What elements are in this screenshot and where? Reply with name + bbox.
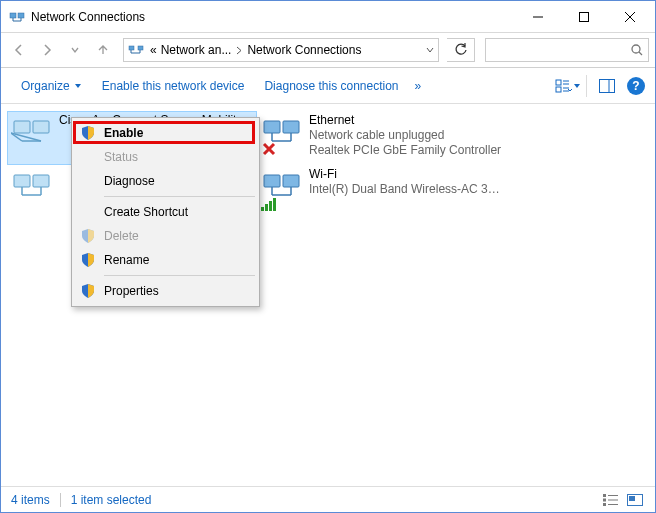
address-icon: [128, 42, 146, 58]
svg-rect-1: [18, 13, 24, 18]
details-view-button[interactable]: [601, 492, 621, 508]
view-options-button[interactable]: [554, 75, 582, 97]
organize-label: Organize: [21, 79, 70, 93]
shield-icon: [80, 252, 96, 268]
chevron-right-icon[interactable]: [233, 46, 245, 55]
separator: [104, 275, 255, 276]
context-menu: Enable Status Diagnose Create Shortcut D…: [71, 117, 260, 307]
svg-rect-35: [33, 175, 49, 187]
up-button[interactable]: [91, 38, 115, 62]
close-button[interactable]: [607, 1, 653, 32]
svg-rect-19: [556, 87, 561, 92]
address-dropdown[interactable]: [420, 39, 438, 61]
connection-name: Ethernet: [309, 113, 501, 128]
breadcrumb-prefix[interactable]: «: [148, 39, 159, 61]
svg-rect-9: [129, 46, 134, 50]
item-count: 4 items: [11, 493, 50, 507]
shield-icon: [80, 125, 96, 141]
breadcrumb-seg2[interactable]: Network Connections: [245, 39, 363, 61]
svg-rect-55: [629, 496, 635, 501]
svg-rect-47: [273, 198, 276, 211]
network-adapter-icon: [11, 115, 53, 157]
shield-icon: [80, 228, 96, 244]
svg-rect-29: [264, 121, 280, 133]
search-icon: [630, 43, 644, 57]
command-bar: Organize Enable this network device Diag…: [1, 68, 655, 104]
back-button[interactable]: [7, 38, 31, 62]
connection-status: Network cable unplugged: [309, 128, 501, 143]
svg-rect-45: [265, 204, 268, 211]
forward-button[interactable]: [35, 38, 59, 62]
ctx-properties[interactable]: Properties: [74, 279, 257, 303]
history-dropdown[interactable]: [63, 38, 87, 62]
connection-device: Realtek PCIe GbE Family Controller: [309, 143, 501, 158]
svg-rect-49: [608, 495, 618, 496]
search-input[interactable]: [485, 38, 649, 62]
ctx-enable[interactable]: Enable: [74, 121, 257, 145]
maximize-button[interactable]: [561, 1, 607, 32]
window-title: Network Connections: [31, 10, 515, 24]
svg-rect-30: [283, 121, 299, 133]
shield-icon: [80, 283, 96, 299]
app-icon: [9, 9, 25, 25]
svg-rect-22: [600, 79, 615, 92]
enable-device-button[interactable]: Enable this network device: [92, 75, 255, 97]
svg-rect-39: [264, 175, 280, 187]
svg-rect-34: [14, 175, 30, 187]
svg-rect-44: [261, 207, 264, 211]
svg-rect-50: [603, 498, 606, 501]
diagnose-connection-button[interactable]: Diagnose this connection: [254, 75, 408, 97]
svg-rect-10: [138, 46, 143, 50]
title-bar: Network Connections: [1, 1, 655, 32]
navigation-bar: « Network an... Network Connections: [1, 32, 655, 68]
svg-point-14: [632, 45, 640, 53]
separator: [60, 493, 61, 507]
connection-device: Intel(R) Dual Band Wireless-AC 31...: [309, 182, 503, 197]
preview-pane-button[interactable]: [593, 75, 621, 97]
network-adapter-icon: [261, 115, 303, 157]
minimize-button[interactable]: [515, 1, 561, 32]
organize-button[interactable]: Organize: [11, 75, 92, 97]
status-bar: 4 items 1 item selected: [1, 486, 655, 512]
svg-rect-25: [33, 121, 49, 133]
svg-rect-0: [10, 13, 16, 18]
ctx-delete: Delete: [74, 224, 257, 248]
ctx-rename[interactable]: Rename: [74, 248, 257, 272]
network-adapter-icon: [261, 169, 303, 211]
ctx-status: Status: [74, 145, 257, 169]
wifi-signal-icon: [261, 197, 279, 211]
svg-rect-40: [283, 175, 299, 187]
large-icons-view-button[interactable]: [625, 492, 645, 508]
connection-item[interactable]: Wi-Fi Intel(R) Dual Band Wireless-AC 31.…: [257, 165, 507, 219]
overflow-button[interactable]: »: [409, 75, 428, 97]
separator: [104, 196, 255, 197]
svg-rect-16: [556, 80, 561, 85]
divider: [586, 75, 587, 97]
svg-rect-51: [608, 499, 618, 500]
svg-rect-6: [580, 12, 589, 21]
svg-rect-48: [603, 494, 606, 497]
svg-rect-46: [269, 201, 272, 211]
breadcrumb-seg1[interactable]: Network an...: [159, 39, 234, 61]
svg-rect-52: [603, 503, 606, 506]
ctx-diagnose[interactable]: Diagnose: [74, 169, 257, 193]
svg-line-15: [639, 52, 642, 55]
network-adapter-icon: [11, 169, 53, 211]
svg-rect-24: [14, 121, 30, 133]
selected-count: 1 item selected: [71, 493, 152, 507]
connection-name: Wi-Fi: [309, 167, 503, 182]
connection-item[interactable]: Ethernet Network cable unplugged Realtek…: [257, 111, 507, 165]
refresh-button[interactable]: [447, 38, 475, 62]
help-button[interactable]: ?: [627, 77, 645, 95]
address-bar[interactable]: « Network an... Network Connections: [123, 38, 439, 62]
ctx-create-shortcut[interactable]: Create Shortcut: [74, 200, 257, 224]
ctx-enable-label: Enable: [104, 126, 143, 140]
svg-rect-53: [608, 504, 618, 505]
